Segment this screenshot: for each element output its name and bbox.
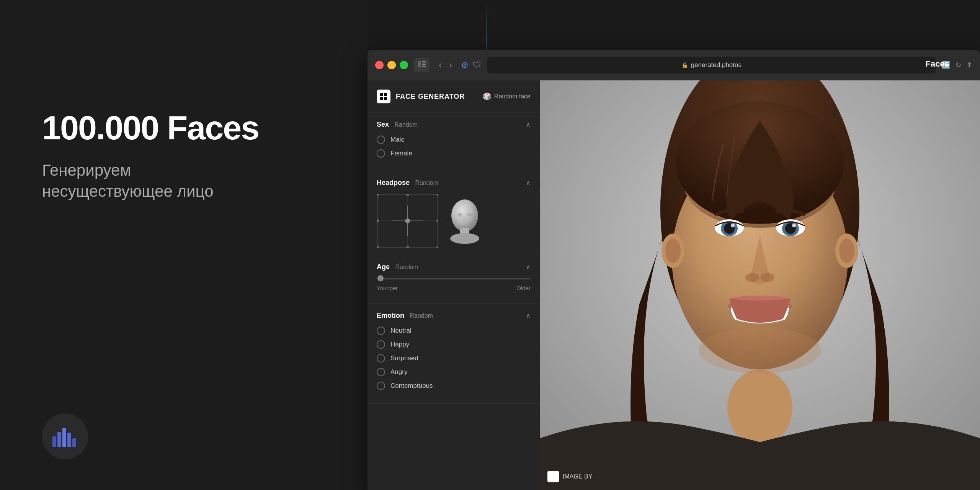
svg-rect-5: [418, 61, 421, 67]
random-face-label: Random face: [494, 93, 531, 100]
svg-rect-2: [62, 428, 66, 447]
emotion-happy-option[interactable]: Happy: [377, 340, 531, 349]
age-labels: Younger Older: [377, 285, 531, 291]
app-logo-text: FACE GENERATOR: [396, 93, 465, 101]
svg-point-47: [745, 273, 759, 282]
back-button[interactable]: ‹: [436, 59, 444, 72]
emotion-title-area: Emotion Random: [377, 312, 433, 320]
sidebar-toggle-button[interactable]: [414, 58, 430, 72]
svg-point-46: [792, 224, 796, 227]
emotion-surprised-label: Surprised: [390, 354, 418, 362]
svg-point-48: [761, 273, 774, 282]
sex-section: Sex Random ∧ Male Female: [368, 113, 540, 171]
sex-female-option[interactable]: Female: [377, 149, 531, 158]
svg-point-23: [436, 219, 438, 222]
sex-male-option[interactable]: Male: [377, 136, 531, 144]
address-bar[interactable]: 🔒 generated.photos: [487, 57, 936, 74]
traffic-light-yellow[interactable]: [387, 61, 396, 69]
svg-rect-7: [422, 64, 426, 65]
hero-section: 100.000 Faces Генерируем несуществующее …: [42, 111, 259, 202]
hero-subtitle-line1: Генерируем: [42, 161, 131, 179]
svg-point-32: [463, 217, 467, 222]
share-icon[interactable]: ⬆: [967, 61, 972, 69]
hero-subtitle-line2: несуществующее лицо: [42, 182, 214, 200]
nav-buttons: ‹ ›: [436, 59, 455, 72]
headpose-3d-preview: [446, 194, 484, 247]
age-section: Age Random ∧ Younger Older: [368, 255, 540, 304]
svg-point-21: [406, 246, 409, 248]
age-slider-thumb[interactable]: [377, 275, 384, 281]
svg-point-19: [436, 246, 438, 248]
sex-male-label: Male: [390, 136, 405, 144]
traffic-light-red[interactable]: [375, 61, 384, 69]
browser-chrome: ‹ › ⊘ 🛡 🔒 generated.photos 🔤 ↻ ⬆: [368, 50, 980, 80]
emotion-surprised-option[interactable]: Surprised: [377, 354, 531, 363]
pose-grid-svg: [377, 194, 438, 248]
age-section-header: Age Random ∧: [377, 263, 531, 271]
sex-male-radio[interactable]: [377, 136, 385, 144]
emotion-chevron-icon[interactable]: ∧: [526, 312, 531, 319]
headpose-chevron-icon[interactable]: ∧: [526, 179, 531, 186]
sex-female-radio[interactable]: [377, 149, 385, 158]
age-random-label: Random: [395, 264, 418, 270]
emotion-neutral-option[interactable]: Neutral: [377, 327, 531, 335]
age-chevron-icon[interactable]: ∧: [526, 263, 531, 271]
head-3d-svg: [448, 196, 482, 245]
emotion-angry-radio[interactable]: [377, 368, 385, 376]
sex-section-header: Sex Random ∧: [377, 121, 531, 129]
sex-chevron-icon[interactable]: ∧: [526, 121, 531, 128]
app-logo-icon: [377, 90, 390, 103]
headpose-random-label: Random: [415, 180, 438, 186]
svg-point-27: [451, 199, 478, 232]
credit-text: IMAGE BY: [563, 473, 592, 480]
age-slider-track[interactable]: [377, 278, 531, 279]
sex-random-label: Random: [394, 121, 417, 128]
emotion-title: Emotion: [377, 312, 404, 319]
sex-female-label: Female: [390, 150, 412, 157]
browser-content: FACE GENERATOR 🎲 Random face Sex Random …: [368, 80, 980, 490]
svg-point-50: [787, 304, 792, 309]
emotion-contemptuous-label: Contemptuous: [390, 382, 433, 390]
lock-icon: 🔒: [681, 62, 688, 68]
emotion-angry-label: Angry: [390, 368, 407, 376]
traffic-lights: [375, 61, 408, 69]
logo-icon: [42, 413, 88, 459]
traffic-light-green[interactable]: [400, 61, 408, 69]
age-label-older: Older: [516, 285, 531, 291]
headpose-content: [377, 194, 531, 247]
emotion-contemptuous-radio[interactable]: [377, 382, 385, 390]
sex-title-area: Sex Random: [377, 121, 418, 129]
credit-logo-icon: [547, 471, 559, 482]
svg-point-42: [731, 224, 735, 227]
emotion-surprised-radio[interactable]: [377, 354, 385, 363]
bottom-logo: [42, 413, 88, 459]
nav-links: Faces: [926, 59, 949, 69]
forward-button[interactable]: ›: [446, 59, 455, 72]
shield-icon: 🛡: [473, 60, 481, 70]
headpose-grid[interactable]: [377, 194, 438, 247]
emotion-section: Emotion Random ∧ Neutral Happy Surprised: [368, 304, 540, 403]
svg-rect-1: [57, 432, 61, 447]
svg-rect-6: [422, 61, 426, 62]
svg-point-53: [665, 238, 681, 263]
emotion-angry-option[interactable]: Angry: [377, 368, 531, 376]
svg-rect-4: [72, 438, 76, 447]
sex-title: Sex: [377, 121, 389, 128]
refresh-icon[interactable]: ↻: [956, 61, 961, 69]
svg-rect-9: [380, 93, 383, 96]
emotion-neutral-radio[interactable]: [377, 327, 385, 335]
nav-link-faces[interactable]: Faces: [926, 59, 949, 69]
svg-rect-11: [380, 97, 383, 100]
svg-point-29: [450, 233, 479, 244]
block-icon: ⊘: [461, 60, 468, 70]
dice-icon: 🎲: [483, 92, 491, 101]
random-face-button[interactable]: 🎲 Random face: [483, 92, 531, 101]
browser-window: ‹ › ⊘ 🛡 🔒 generated.photos 🔤 ↻ ⬆: [368, 50, 980, 490]
headpose-title-area: Headpose Random: [377, 179, 438, 187]
emotion-happy-radio[interactable]: [377, 340, 385, 349]
svg-rect-0: [52, 436, 56, 447]
svg-point-51: [699, 327, 821, 373]
main-image-area: IMAGE BY: [540, 80, 980, 490]
emotion-contemptuous-option[interactable]: Contemptuous: [377, 382, 531, 390]
svg-rect-3: [67, 433, 71, 447]
